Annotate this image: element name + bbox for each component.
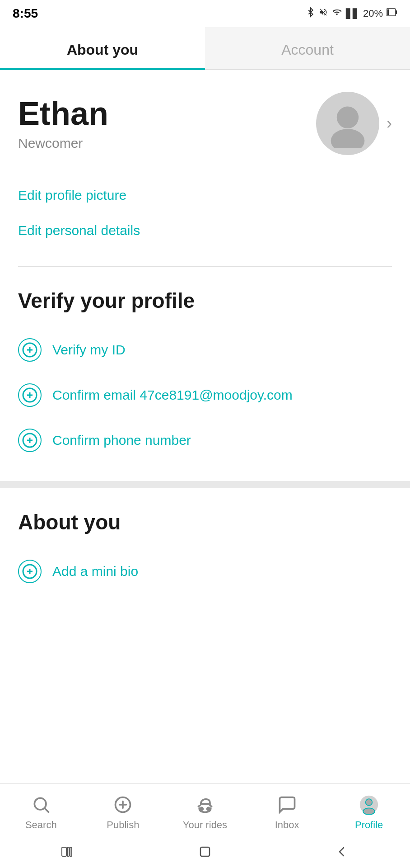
publish-icon bbox=[111, 793, 135, 816]
main-content: Ethan Newcomer › Edit profile picture Ed… bbox=[0, 70, 410, 612]
svg-point-25 bbox=[366, 799, 373, 806]
nav-item-your-rides[interactable]: Your rides bbox=[164, 793, 246, 831]
svg-rect-2 bbox=[387, 9, 389, 15]
profile-info: Ethan Newcomer bbox=[18, 96, 316, 151]
nav-profile-label: Profile bbox=[355, 819, 383, 831]
nav-item-profile[interactable]: Profile bbox=[328, 793, 410, 831]
search-icon bbox=[29, 793, 53, 816]
confirm-email-label: Confirm email 47ce8191@moodjoy.com bbox=[52, 387, 293, 403]
verify-id-item[interactable]: Verify my ID bbox=[18, 327, 392, 373]
signal-icon: ▋▋ bbox=[346, 8, 359, 19]
tab-header: About you Account bbox=[0, 27, 410, 70]
svg-line-18 bbox=[45, 808, 48, 812]
status-bar: 8:55 ▋▋ 20% bbox=[0, 0, 410, 27]
svg-point-23 bbox=[207, 807, 210, 810]
your-rides-icon bbox=[193, 793, 217, 816]
about-you-title: About you bbox=[18, 510, 392, 534]
add-bio-label: Add a mini bio bbox=[52, 564, 138, 579]
svg-point-26 bbox=[363, 808, 375, 815]
svg-rect-30 bbox=[200, 847, 210, 856]
svg-point-4 bbox=[331, 129, 365, 148]
android-home-btn[interactable] bbox=[191, 843, 219, 861]
tab-about-you[interactable]: About you bbox=[0, 27, 205, 69]
verify-profile-section: Verify your profile Verify my ID Confirm bbox=[0, 267, 410, 481]
nav-search-label: Search bbox=[25, 819, 57, 831]
about-you-section: About you Add a mini bio bbox=[0, 488, 410, 612]
status-icons: ▋▋ 20% bbox=[306, 7, 397, 20]
svg-rect-28 bbox=[67, 847, 69, 856]
profile-avatar-wrap[interactable]: › bbox=[316, 92, 392, 155]
wifi-icon bbox=[331, 8, 342, 19]
battery-icon bbox=[387, 8, 397, 19]
edit-personal-details-link[interactable]: Edit personal details bbox=[18, 213, 392, 248]
tab-account[interactable]: Account bbox=[205, 27, 410, 69]
android-recents-btn[interactable] bbox=[55, 843, 82, 861]
bluetooth-icon bbox=[306, 7, 315, 20]
confirm-phone-item[interactable]: Confirm phone number bbox=[18, 418, 392, 463]
edit-profile-picture-link[interactable]: Edit profile picture bbox=[18, 178, 392, 213]
nav-items: Search Publish bbox=[0, 784, 410, 835]
profile-name: Ethan bbox=[18, 96, 316, 132]
nav-your-rides-label: Your rides bbox=[183, 819, 227, 831]
mute-icon bbox=[319, 7, 328, 20]
svg-rect-29 bbox=[70, 847, 72, 856]
profile-nav-icon bbox=[357, 793, 381, 816]
nav-item-publish[interactable]: Publish bbox=[82, 793, 164, 831]
android-back-btn[interactable] bbox=[328, 843, 355, 861]
verify-id-label: Verify my ID bbox=[52, 342, 126, 358]
nav-publish-label: Publish bbox=[107, 819, 139, 831]
svg-rect-1 bbox=[396, 10, 397, 14]
plus-circle-icon-3 bbox=[18, 429, 42, 452]
plus-circle-icon-4 bbox=[18, 560, 42, 583]
confirm-phone-label: Confirm phone number bbox=[52, 433, 191, 448]
inbox-icon bbox=[275, 793, 299, 816]
status-time: 8:55 bbox=[13, 6, 38, 21]
section-break bbox=[0, 481, 410, 488]
svg-point-3 bbox=[337, 107, 359, 128]
android-nav bbox=[0, 835, 410, 868]
chevron-right-icon: › bbox=[387, 114, 392, 133]
profile-badge: Newcomer bbox=[18, 136, 316, 151]
confirm-email-item[interactable]: Confirm email 47ce8191@moodjoy.com bbox=[18, 373, 392, 418]
verify-section-title: Verify your profile bbox=[18, 288, 392, 313]
add-bio-item[interactable]: Add a mini bio bbox=[18, 549, 392, 594]
profile-section: Ethan Newcomer › bbox=[0, 70, 410, 173]
plus-circle-icon-1 bbox=[18, 338, 42, 362]
edit-links: Edit profile picture Edit personal detai… bbox=[0, 173, 410, 266]
plus-circle-icon-2 bbox=[18, 383, 42, 407]
nav-inbox-label: Inbox bbox=[275, 819, 299, 831]
svg-rect-27 bbox=[62, 847, 66, 856]
svg-point-22 bbox=[200, 807, 203, 810]
battery-level: 20% bbox=[363, 8, 383, 19]
nav-item-search[interactable]: Search bbox=[0, 793, 82, 831]
bottom-nav: Search Publish bbox=[0, 783, 410, 868]
nav-item-inbox[interactable]: Inbox bbox=[246, 793, 328, 831]
avatar[interactable] bbox=[316, 92, 379, 155]
